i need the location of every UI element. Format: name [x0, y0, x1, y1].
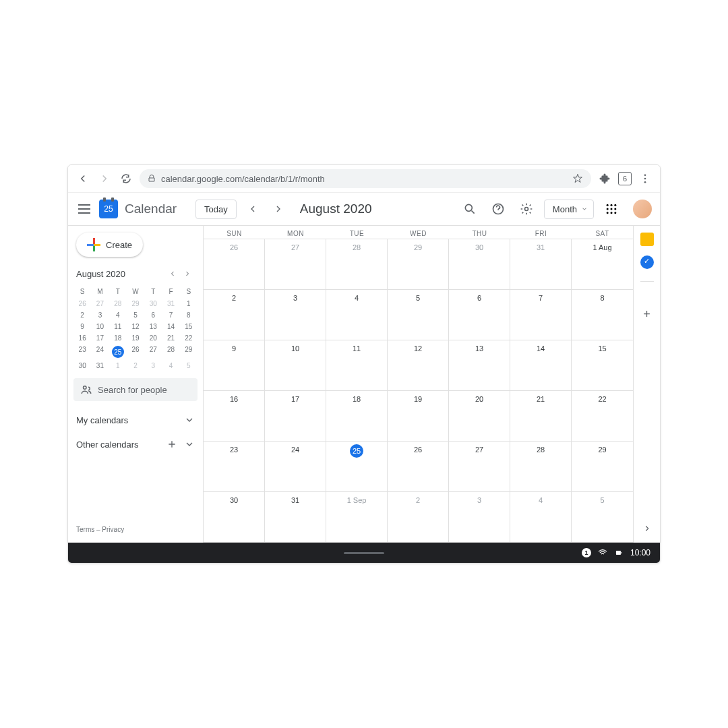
mini-day-cell[interactable]: 20 — [144, 332, 162, 344]
mini-day-cell[interactable]: 17 — [91, 332, 109, 344]
day-cell[interactable]: 1 Sep — [326, 492, 388, 542]
mini-day-cell[interactable]: 16 — [73, 332, 91, 344]
my-calendars-section[interactable]: My calendars — [73, 408, 198, 432]
day-cell[interactable]: 19 — [388, 391, 449, 441]
forward-button[interactable] — [96, 171, 113, 187]
day-cell[interactable]: 29 — [388, 239, 449, 289]
browser-menu-button[interactable] — [637, 171, 653, 187]
mini-day-cell[interactable]: 24 — [91, 344, 109, 360]
mini-day-cell[interactable]: 30 — [144, 298, 162, 309]
day-cell[interactable]: 27 — [265, 239, 326, 289]
day-cell[interactable]: 10 — [265, 340, 326, 390]
day-cell[interactable]: 4 — [326, 290, 388, 340]
star-icon[interactable] — [572, 173, 583, 184]
create-button[interactable]: Create — [76, 233, 143, 257]
mini-day-cell[interactable]: 3 — [91, 309, 109, 321]
tasks-icon[interactable] — [640, 255, 654, 269]
next-month-button[interactable] — [269, 200, 288, 218]
settings-button[interactable] — [516, 198, 537, 220]
mini-day-cell[interactable]: 15 — [180, 321, 198, 332]
mini-next-button[interactable] — [180, 266, 195, 281]
day-cell[interactable]: 23 — [204, 442, 265, 491]
day-cell[interactable]: 31 — [265, 492, 326, 542]
day-cell[interactable]: 30 — [449, 239, 510, 289]
mini-day-cell[interactable]: 10 — [91, 321, 109, 332]
mini-day-cell[interactable]: 11 — [109, 321, 127, 332]
view-selector[interactable]: Month — [544, 200, 594, 219]
day-cell[interactable]: 31 — [510, 239, 572, 289]
mini-day-cell[interactable]: 23 — [73, 344, 91, 360]
mini-day-cell[interactable]: 27 — [91, 298, 109, 309]
mini-day-cell[interactable]: 2 — [127, 360, 144, 371]
mini-day-cell[interactable]: 3 — [144, 360, 162, 371]
day-cell[interactable]: 22 — [572, 391, 633, 441]
day-cell[interactable]: 15 — [572, 340, 633, 390]
apps-button[interactable] — [601, 198, 622, 220]
day-cell[interactable]: 9 — [204, 340, 265, 390]
mini-day-cell[interactable]: 27 — [144, 344, 162, 360]
day-cell[interactable]: 3 — [449, 492, 510, 542]
day-cell[interactable]: 28 — [326, 239, 388, 289]
wifi-icon[interactable] — [598, 548, 607, 557]
day-cell[interactable]: 11 — [326, 340, 388, 390]
clock-time[interactable]: 10:00 — [630, 548, 650, 557]
day-cell[interactable]: 5 — [388, 290, 449, 340]
notification-badge[interactable]: 1 — [582, 548, 591, 557]
reload-button[interactable] — [118, 171, 134, 187]
day-cell[interactable]: 20 — [449, 391, 510, 441]
mini-day-cell[interactable]: 28 — [109, 298, 127, 309]
add-calendar-icon[interactable] — [166, 439, 177, 450]
mini-day-cell[interactable]: 8 — [180, 309, 198, 321]
add-addon-button[interactable]: + — [643, 307, 650, 322]
mini-day-cell[interactable]: 18 — [109, 332, 127, 344]
extensions-button[interactable] — [597, 171, 613, 187]
day-cell[interactable]: 27 — [449, 442, 510, 491]
day-cell[interactable]: 3 — [265, 290, 326, 340]
tab-count[interactable]: 6 — [618, 172, 632, 185]
address-bar[interactable]: calendar.google.com/calendar/b/1/r/month — [140, 169, 591, 188]
mini-day-cell[interactable]: 6 — [144, 309, 162, 321]
day-cell[interactable]: 6 — [449, 290, 510, 340]
battery-icon[interactable] — [614, 548, 624, 557]
day-cell[interactable]: 17 — [265, 391, 326, 441]
mini-day-cell[interactable]: 30 — [73, 360, 91, 371]
day-cell[interactable]: 8 — [572, 290, 633, 340]
mini-day-cell[interactable]: 13 — [144, 321, 162, 332]
mini-day-cell[interactable]: 7 — [162, 309, 179, 321]
today-button[interactable]: Today — [195, 200, 237, 219]
mini-day-cell[interactable]: 19 — [127, 332, 144, 344]
day-cell[interactable]: 7 — [510, 290, 572, 340]
mini-day-cell[interactable]: 4 — [162, 360, 179, 371]
main-menu-button[interactable] — [76, 201, 92, 217]
mini-day-cell[interactable]: 28 — [162, 344, 179, 360]
day-cell[interactable]: 2 — [204, 290, 265, 340]
terms-link[interactable]: Terms — [76, 526, 94, 533]
day-cell[interactable]: 5 — [572, 492, 633, 542]
mini-day-cell[interactable]: 5 — [180, 360, 198, 371]
day-cell[interactable]: 29 — [572, 442, 633, 491]
search-people-input[interactable]: Search for people — [73, 378, 198, 401]
mini-day-cell[interactable]: 25 — [109, 344, 127, 360]
mini-day-cell[interactable]: 31 — [162, 298, 179, 309]
mini-day-cell[interactable]: 14 — [162, 321, 179, 332]
day-cell[interactable]: 18 — [326, 391, 388, 441]
mini-day-cell[interactable]: 5 — [127, 309, 144, 321]
mini-day-cell[interactable]: 4 — [109, 309, 127, 321]
day-cell[interactable]: 24 — [265, 442, 326, 491]
mini-day-cell[interactable]: 1 — [180, 298, 198, 309]
shelf-handle[interactable] — [344, 552, 384, 554]
mini-day-cell[interactable]: 9 — [73, 321, 91, 332]
day-cell[interactable]: 14 — [510, 340, 572, 390]
day-cell[interactable]: 21 — [510, 391, 572, 441]
mini-day-cell[interactable]: 21 — [162, 332, 179, 344]
day-cell[interactable]: 26 — [388, 442, 449, 491]
day-cell[interactable]: 1 Aug — [572, 239, 633, 289]
day-cell[interactable]: 12 — [388, 340, 449, 390]
expand-panel-button[interactable] — [642, 524, 652, 536]
day-cell[interactable]: 16 — [204, 391, 265, 441]
mini-day-cell[interactable]: 31 — [91, 360, 109, 371]
help-button[interactable] — [487, 198, 509, 220]
prev-month-button[interactable] — [243, 200, 262, 218]
mini-day-cell[interactable]: 26 — [127, 344, 144, 360]
day-cell[interactable]: 25 — [326, 442, 388, 491]
